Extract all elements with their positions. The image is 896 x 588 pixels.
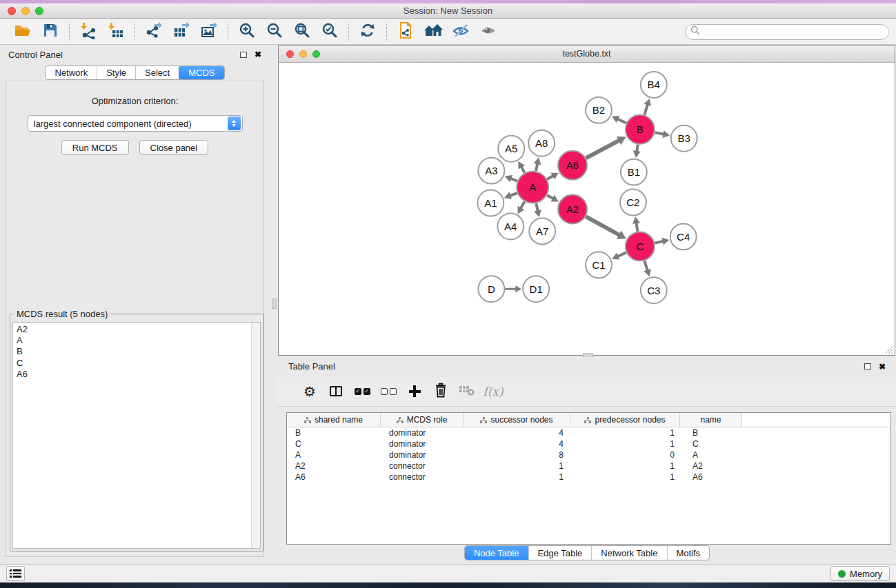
table-cell[interactable]: A6 <box>287 472 381 482</box>
table-cell[interactable]: 0 <box>570 450 680 460</box>
table-cell[interactable]: 1 <box>464 461 570 471</box>
import-table-button[interactable] <box>103 21 128 42</box>
memory-button[interactable]: Memory <box>830 566 890 581</box>
graph-edge-B-B3[interactable] <box>655 132 664 134</box>
table-row[interactable]: A2connector11A2 <box>287 460 890 472</box>
graph-edge-B-B4[interactable] <box>644 105 648 115</box>
table-cell[interactable]: 4 <box>464 428 570 438</box>
column-header-MCDS-role[interactable]: MCDS role <box>381 413 464 427</box>
window-resize-grip[interactable] <box>884 345 893 354</box>
tab-select[interactable]: Select <box>135 66 179 79</box>
import-network-button[interactable] <box>76 21 101 42</box>
table-cell[interactable]: connector <box>381 472 464 482</box>
table-cell[interactable]: A2 <box>287 461 381 471</box>
search-input[interactable] <box>704 26 888 38</box>
table-cell[interactable]: A <box>680 450 742 460</box>
mcds-result-item[interactable]: A2 <box>13 324 250 335</box>
graph-edge-B-B1[interactable] <box>637 144 638 152</box>
table-cell[interactable]: B <box>287 428 381 438</box>
open-session-button[interactable] <box>10 21 35 42</box>
export-network-button[interactable] <box>141 21 166 42</box>
mcds-result-item[interactable]: C <box>13 358 250 369</box>
graph-edge-A-A2[interactable] <box>547 195 553 199</box>
graph-edge-A-A5[interactable] <box>521 167 525 173</box>
tab-network-table[interactable]: Network Table <box>591 546 666 560</box>
table-row[interactable]: Adominator80A <box>287 449 890 460</box>
table-row[interactable]: Cdominator41C <box>287 438 890 449</box>
network-window-titlebar[interactable]: testGlobe.txt <box>279 45 895 63</box>
table-cell[interactable]: connector <box>381 461 464 471</box>
search-field[interactable] <box>685 24 889 40</box>
mcds-result-item[interactable]: A6 <box>13 369 250 380</box>
table-cell[interactable]: 1 <box>570 461 680 471</box>
graph-edge-A-A1[interactable] <box>510 193 517 196</box>
table-settings-button[interactable]: ⚙ <box>297 380 323 403</box>
table-cell[interactable]: 1 <box>464 472 570 482</box>
add-column-button[interactable] <box>401 380 428 403</box>
table-cell[interactable]: 8 <box>464 450 570 460</box>
mcds-list-scrollbar[interactable] <box>251 323 260 548</box>
table-cell[interactable]: C <box>680 439 742 449</box>
refresh-button[interactable] <box>355 21 380 42</box>
zoom-fit-button[interactable] <box>290 21 315 42</box>
close-panel-icon[interactable]: ✖ <box>255 50 261 59</box>
hide-selected-button[interactable] <box>448 21 473 42</box>
graph-edge-A-A7[interactable] <box>536 203 537 211</box>
function-builder-button[interactable]: f(x) <box>480 380 506 403</box>
zoom-in-button[interactable] <box>235 21 259 42</box>
table-cell[interactable]: dominator <box>381 450 464 460</box>
save-session-button[interactable] <box>38 21 63 42</box>
zoom-out-button[interactable] <box>262 21 287 42</box>
tab-network[interactable]: Network <box>46 66 97 79</box>
network-canvas[interactable]: B4B2BB3A8A5A6A3B1AA1C2A2A4A7C4CC1DC3D1 <box>279 63 895 355</box>
graph-edge-C-C4[interactable] <box>655 241 663 243</box>
table-cell[interactable]: C <box>287 439 381 449</box>
tab-motifs[interactable]: Motifs <box>666 546 709 560</box>
graph-edge-A-A3[interactable] <box>510 179 517 181</box>
delete-column-button[interactable] <box>428 380 454 403</box>
run-mcds-button[interactable]: Run MCDS <box>61 140 129 155</box>
column-header-successor-nodes[interactable]: successor nodes <box>464 413 570 427</box>
export-image-button[interactable] <box>197 21 221 42</box>
close-table-panel-icon[interactable]: ✖ <box>879 363 886 371</box>
table-cell[interactable]: A2 <box>680 461 742 471</box>
network-from-file-button[interactable] <box>393 21 418 42</box>
delete-table-button[interactable] <box>454 380 480 403</box>
float-panel-icon[interactable] <box>240 52 247 58</box>
export-table-button[interactable] <box>169 21 194 42</box>
table-cell[interactable]: dominator <box>381 428 464 438</box>
table-cell[interactable]: A <box>287 450 381 460</box>
column-header-name[interactable]: name <box>680 413 742 427</box>
criterion-dropdown[interactable]: largest connected component (directed) <box>28 115 243 132</box>
tab-node-table[interactable]: Node Table <box>465 546 528 560</box>
table-cell[interactable]: 4 <box>464 439 570 449</box>
tab-edge-table[interactable]: Edge Table <box>528 546 591 560</box>
graph-edge-C-C3[interactable] <box>644 261 647 270</box>
table-cell[interactable]: 1 <box>570 428 680 438</box>
graph-edge-C-C2[interactable] <box>636 223 637 232</box>
graph-edge-A-A4[interactable] <box>521 201 525 208</box>
graph-edge-A-A6[interactable] <box>547 176 553 179</box>
table-cell[interactable]: A6 <box>680 472 742 482</box>
graph-edge-A-A8[interactable] <box>536 163 537 171</box>
tab-mcds[interactable]: MCDS <box>179 66 223 79</box>
table-cell[interactable]: B <box>680 428 742 438</box>
select-all-button[interactable]: ✓✓ <box>349 380 375 403</box>
close-panel-button[interactable]: Close panel <box>139 140 209 155</box>
table-row[interactable]: Bdominator41B <box>287 427 890 438</box>
table-cell[interactable]: dominator <box>381 439 464 449</box>
mcds-result-item[interactable]: A <box>13 335 250 346</box>
column-header-shared-name[interactable]: shared name <box>287 413 381 427</box>
tab-style[interactable]: Style <box>97 66 135 79</box>
table-cell[interactable]: 1 <box>570 439 680 449</box>
home-neighbors-button[interactable] <box>421 21 446 42</box>
graph-edge-B-B2[interactable] <box>617 119 626 123</box>
float-table-panel-icon[interactable] <box>864 363 871 369</box>
table-row[interactable]: A6connector11A6 <box>287 472 890 483</box>
deselect-all-button[interactable] <box>375 380 401 403</box>
task-history-button[interactable] <box>6 566 25 581</box>
table-cell[interactable]: 1 <box>570 472 680 482</box>
show-all-button[interactable] <box>476 21 501 42</box>
graph-edge-A2-C[interactable] <box>586 216 619 235</box>
vertical-splitter-grip[interactable] <box>272 298 277 309</box>
